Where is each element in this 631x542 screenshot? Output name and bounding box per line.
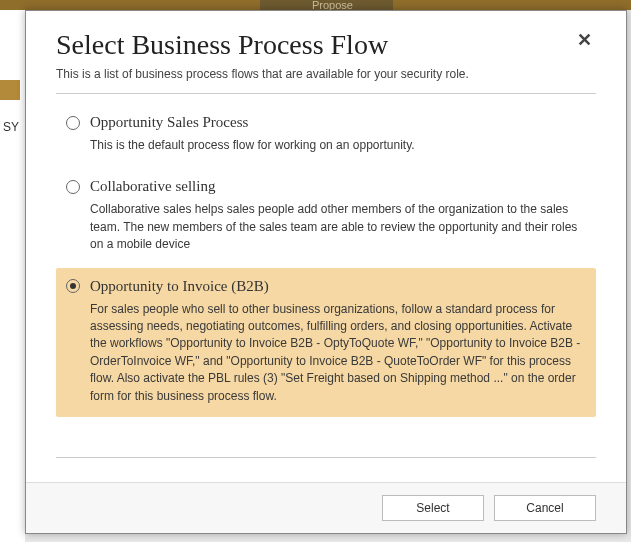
option-opportunity-sales-process[interactable]: Opportunity Sales Process This is the de…	[56, 104, 596, 166]
option-list: Opportunity Sales Process This is the de…	[56, 100, 596, 417]
option-collaborative-selling[interactable]: Collaborative selling Collaborative sale…	[56, 168, 596, 265]
bg-left-gold-strip	[0, 80, 20, 100]
cancel-button[interactable]: Cancel	[494, 495, 596, 521]
option-title: Collaborative selling	[90, 178, 215, 195]
dialog-footer: Select Cancel	[26, 482, 626, 533]
option-description: This is the default process flow for wor…	[90, 137, 584, 154]
option-title: Opportunity to Invoice (B2B)	[90, 278, 269, 295]
bg-cut-text: SY	[3, 120, 19, 134]
select-button[interactable]: Select	[382, 495, 484, 521]
divider-top	[56, 93, 596, 94]
dialog-subtitle: This is a list of business process flows…	[56, 67, 596, 81]
dialog-body: Select Business Process Flow ✕ This is a…	[26, 11, 626, 482]
divider-bottom	[56, 457, 596, 458]
option-description: Collaborative sales helps sales people a…	[90, 201, 584, 253]
option-title: Opportunity Sales Process	[90, 114, 248, 131]
option-description: For sales people who sell to other busin…	[90, 301, 584, 405]
radio-icon[interactable]	[66, 116, 80, 130]
radio-icon[interactable]	[66, 279, 80, 293]
option-opportunity-to-invoice-b2b[interactable]: Opportunity to Invoice (B2B) For sales p…	[56, 268, 596, 417]
select-bpf-dialog: Select Business Process Flow ✕ This is a…	[25, 10, 627, 534]
close-icon[interactable]: ✕	[573, 29, 596, 51]
dialog-title: Select Business Process Flow	[56, 29, 388, 61]
radio-icon[interactable]	[66, 180, 80, 194]
